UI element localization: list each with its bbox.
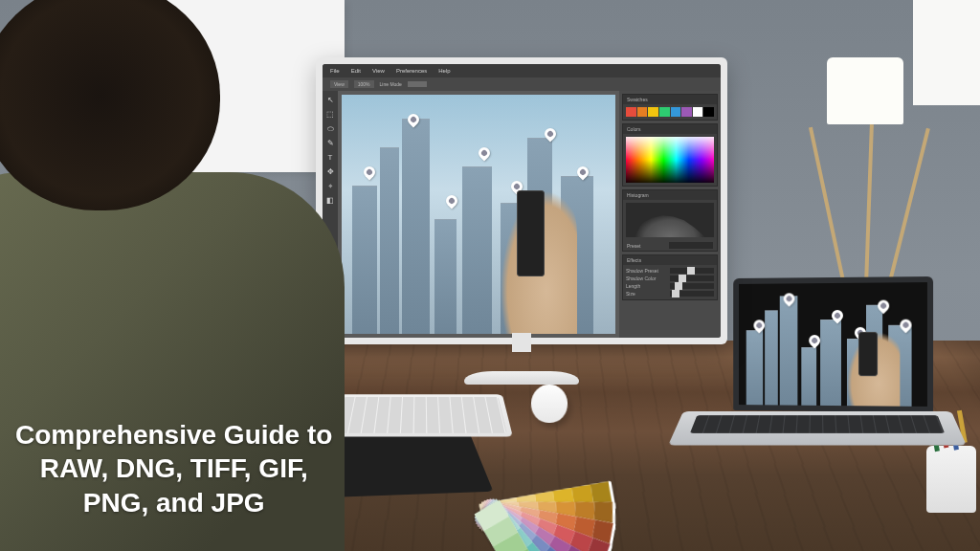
histogram-graph bbox=[626, 203, 714, 237]
laptop-base bbox=[668, 411, 967, 445]
effect-label: Shadow Color bbox=[626, 276, 656, 281]
ceiling-lamp bbox=[913, 0, 980, 105]
app-body: ↖ ⬚ ⬭ ✎ T ✥ ⌖ ◧ bbox=[323, 91, 721, 338]
effect-slider[interactable] bbox=[670, 268, 714, 274]
swatches-panel: Swatches bbox=[622, 94, 718, 121]
lamp-shade bbox=[827, 57, 903, 124]
smartphone bbox=[517, 190, 545, 276]
colors-panel-title: Colors bbox=[623, 124, 717, 134]
effect-label: Shadow Preset bbox=[626, 268, 658, 274]
caption-line: PNG, and JPG bbox=[15, 486, 332, 520]
effects-panel: Effects Shadow Preset Shadow Color Lengt… bbox=[622, 254, 718, 300]
laptop-lid bbox=[733, 276, 933, 412]
laptop-screen bbox=[739, 282, 927, 407]
caption-line: RAW, DNG, TIFF, GIF, bbox=[15, 452, 332, 486]
color-swatch-fan bbox=[475, 411, 692, 531]
canvas-image bbox=[342, 95, 615, 334]
app-toolbar: View 100% Line Mode bbox=[323, 77, 721, 91]
menu-view[interactable]: View bbox=[372, 68, 385, 74]
wireless-mouse bbox=[530, 385, 568, 423]
effect-label: Size bbox=[626, 291, 635, 297]
map-pin-icon bbox=[361, 165, 377, 181]
map-pin-icon bbox=[477, 145, 493, 162]
effect-slider[interactable] bbox=[670, 276, 714, 281]
menu-prefs[interactable]: Preferences bbox=[396, 68, 427, 74]
toolbar-mode-label: Line Mode bbox=[380, 81, 402, 87]
marquee-tool-icon[interactable]: ⬚ bbox=[324, 109, 336, 121]
menu-help[interactable]: Help bbox=[438, 68, 450, 74]
swatch-tool-icon[interactable]: ◧ bbox=[324, 195, 336, 207]
menu-file[interactable]: File bbox=[330, 68, 340, 74]
image-caption: Comprehensive Guide to RAW, DNG, TIFF, G… bbox=[15, 418, 332, 520]
laptop-keyboard bbox=[690, 415, 945, 432]
view-button[interactable]: View bbox=[330, 80, 348, 88]
smartphone bbox=[858, 332, 878, 376]
monitor-bezel: File Edit View Preferences Help View 100… bbox=[316, 57, 727, 344]
effect-label: Length bbox=[626, 283, 640, 289]
toolbar-slider[interactable] bbox=[408, 81, 427, 87]
move-tool-icon[interactable]: ↖ bbox=[324, 95, 336, 106]
canvas-area[interactable] bbox=[338, 91, 619, 338]
histogram-panel-title: Histogram bbox=[623, 190, 717, 200]
histogram-panel: Histogram Preset bbox=[622, 189, 718, 252]
monitor-stand bbox=[464, 339, 579, 385]
effect-slider[interactable] bbox=[670, 291, 714, 297]
right-panels: Swatches Colors Histogram bbox=[619, 91, 721, 338]
effect-slider[interactable] bbox=[670, 283, 714, 289]
map-pin-icon bbox=[443, 193, 459, 209]
pencil-tool-icon[interactable]: ✎ bbox=[324, 138, 336, 149]
pan-tool-icon[interactable]: ✥ bbox=[324, 166, 336, 178]
effects-panel-title: Effects bbox=[623, 255, 717, 265]
monitor-screen: File Edit View Preferences Help View 100… bbox=[323, 64, 721, 338]
caption-line: Comprehensive Guide to bbox=[15, 418, 332, 452]
ellipse-tool-icon[interactable]: ⬭ bbox=[324, 123, 336, 135]
swatches-panel-title: Swatches bbox=[623, 95, 717, 104]
app-menubar: File Edit View Preferences Help bbox=[323, 64, 721, 77]
type-tool-icon[interactable]: T bbox=[324, 152, 336, 164]
preset-label: Preset bbox=[627, 243, 640, 249]
zoom-readout[interactable]: 100% bbox=[354, 80, 374, 88]
desktop-monitor: File Edit View Preferences Help View 100… bbox=[316, 57, 727, 344]
crosshair-tool-icon[interactable]: ⌖ bbox=[324, 181, 336, 192]
preset-dropdown[interactable] bbox=[669, 242, 713, 249]
color-spectrum[interactable] bbox=[626, 137, 714, 183]
menu-edit[interactable]: Edit bbox=[351, 68, 361, 74]
colors-panel: Colors bbox=[622, 123, 718, 187]
